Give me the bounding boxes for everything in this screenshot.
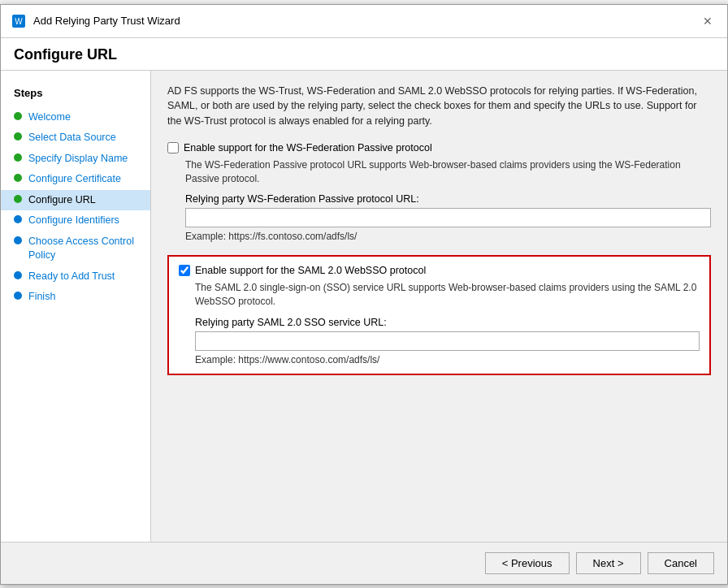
sidebar-label-access-control: Choose Access Control Policy	[28, 235, 137, 263]
saml-checkbox-row: Enable support for the SAML 2.0 WebSSO p…	[179, 265, 700, 276]
dot-identifiers	[14, 215, 22, 223]
saml-checkbox[interactable]	[179, 265, 190, 276]
main-content: AD FS supports the WS-Trust, WS-Federati…	[151, 71, 727, 542]
close-button[interactable]: ✕	[698, 11, 717, 31]
saml-checkbox-label[interactable]: Enable support for the SAML 2.0 WebSSO p…	[195, 265, 426, 276]
ws-federation-section: Enable support for the WS-Federation Pas…	[167, 142, 711, 243]
sidebar: Steps Welcome Select Data Source Specify…	[1, 71, 151, 542]
sidebar-item-configure-url[interactable]: Configure URL	[1, 190, 150, 211]
ws-federation-description: The WS-Federation Passive protocol URL s…	[185, 158, 711, 186]
ws-federation-url-input[interactable]	[185, 208, 711, 227]
dot-configure-url	[14, 195, 22, 203]
sidebar-label-certificate: Configure Certificate	[28, 172, 121, 187]
saml-url-input[interactable]	[195, 331, 700, 351]
footer: < Previous Next > Cancel	[1, 542, 727, 584]
dot-welcome	[14, 112, 22, 120]
sidebar-item-ready-to-add[interactable]: Ready to Add Trust	[1, 266, 150, 288]
sidebar-title: Steps	[1, 84, 150, 107]
sidebar-label-configure-url: Configure URL	[28, 193, 96, 208]
page-title: Configure URL	[1, 38, 727, 71]
window-title: Add Relying Party Trust Wizard	[33, 15, 180, 27]
cancel-button[interactable]: Cancel	[648, 552, 714, 574]
sidebar-item-welcome[interactable]: Welcome	[1, 107, 150, 128]
sidebar-item-specify-display-name[interactable]: Specify Display Name	[1, 149, 150, 170]
sidebar-label-welcome: Welcome	[28, 110, 71, 125]
ws-federation-field-label: Relying party WS-Federation Passive prot…	[185, 193, 711, 205]
ws-federation-example: Example: https://fs.contoso.com/adfs/ls/	[185, 231, 711, 242]
saml-section: Enable support for the SAML 2.0 WebSSO p…	[167, 255, 711, 375]
content-area: Steps Welcome Select Data Source Specify…	[1, 71, 727, 542]
sidebar-item-finish[interactable]: Finish	[1, 287, 150, 308]
next-button[interactable]: Next >	[576, 552, 641, 574]
sidebar-label-ready: Ready to Add Trust	[28, 270, 115, 284]
saml-description: The SAML 2.0 single-sign-on (SSO) servic…	[195, 281, 700, 309]
dot-display-name	[14, 153, 22, 162]
sidebar-label-select-data: Select Data Source	[28, 131, 116, 145]
sidebar-item-configure-certificate[interactable]: Configure Certificate	[1, 169, 150, 190]
ws-federation-checkbox[interactable]	[167, 142, 179, 153]
svg-text:W: W	[15, 17, 23, 26]
description-text: AD FS supports the WS-Trust, WS-Federati…	[167, 84, 711, 129]
sidebar-item-select-data-source[interactable]: Select Data Source	[1, 128, 150, 149]
dot-certificate	[14, 174, 22, 182]
wizard-window: W Add Relying Party Trust Wizard ✕ Confi…	[0, 4, 728, 585]
dot-ready	[14, 271, 22, 279]
sidebar-label-display-name: Specify Display Name	[28, 152, 128, 166]
sidebar-item-configure-identifiers[interactable]: Configure Identifiers	[1, 210, 150, 231]
saml-example: Example: https://www.contoso.com/adfs/ls…	[195, 354, 700, 365]
sidebar-label-identifiers: Configure Identifiers	[28, 214, 119, 228]
ws-federation-checkbox-row: Enable support for the WS-Federation Pas…	[167, 142, 711, 153]
dot-finish	[14, 292, 22, 300]
dot-access-control	[14, 236, 22, 244]
saml-field-label: Relying party SAML 2.0 SSO service URL:	[195, 317, 700, 328]
sidebar-item-choose-access-control[interactable]: Choose Access Control Policy	[1, 231, 150, 266]
title-bar: W Add Relying Party Trust Wizard ✕	[1, 5, 727, 38]
previous-button[interactable]: < Previous	[485, 552, 570, 574]
app-icon: W	[11, 13, 27, 29]
ws-federation-checkbox-label[interactable]: Enable support for the WS-Federation Pas…	[184, 142, 432, 153]
dot-select-data	[14, 132, 22, 141]
sidebar-label-finish: Finish	[28, 290, 55, 305]
